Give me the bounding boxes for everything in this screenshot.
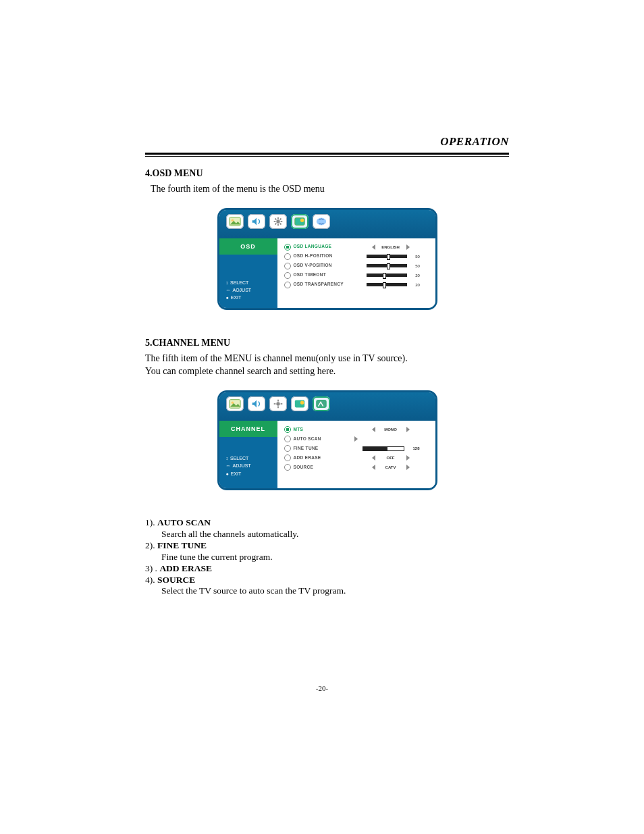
channel-side-title: CHANNEL [219,421,277,437]
osd-row-vposition[interactable]: OSD V-POSITION 50 [284,261,430,271]
svg-line-10 [275,223,276,224]
section5-explanations: 1). AUTO SCAN Search all the channels au… [145,517,509,597]
svg-point-15 [231,402,234,405]
page-number: -20- [0,684,644,692]
osd-side-panel: OSD ↕SELECT ↔AOJUST ●EXIT [219,238,277,309]
osd-settings-list: OSD LANGUAGE ENGLISH OSD H-POSITION [277,238,435,309]
arrow-right-icon[interactable] [406,455,410,461]
tab-settings-icon[interactable] [269,396,287,411]
arrow-left-icon[interactable] [372,455,375,461]
dot-icon: ● [226,471,229,476]
osd-row-hposition[interactable]: OSD H-POSITION 50 [284,252,430,261]
channel-row-autoscan[interactable]: AUTO SCAN [284,434,430,444]
bullet-icon [284,426,291,433]
tab-settings-icon[interactable] [269,214,287,229]
header-rule-thick [145,153,509,155]
header-rule-thin [145,156,509,157]
bullet-icon [284,272,291,279]
slider[interactable] [367,273,407,277]
arrow-right-icon[interactable] [406,244,410,250]
svg-line-7 [275,218,276,219]
tab-osd-icon[interactable] [291,214,308,229]
bullet-icon [284,436,291,442]
tab-channel-icon[interactable] [313,214,330,229]
channel-side-panel: CHANNEL ↕SELECT ↔ADJUST ●EXIT [219,421,277,488]
channel-row-mts[interactable]: MTS MONO [284,425,430,434]
arrow-left-icon[interactable] [372,465,375,470]
osd-row-language[interactable]: OSD LANGUAGE ENGLISH [284,242,430,252]
osd-menu-tabbar [219,210,435,238]
arrow-right-icon[interactable] [406,427,410,432]
tab-picture-icon[interactable] [226,396,244,411]
leftright-icon: ↔ [226,288,231,292]
explain-item: 1). AUTO SCAN Search all the channels au… [145,517,509,540]
updown-icon: ↕ [226,280,229,285]
bullet-icon [284,454,291,461]
osd-row-transparency[interactable]: OSD TRANSPARENCY 20 [284,280,430,290]
svg-point-16 [276,402,279,405]
channel-side-help: ↕SELECT ↔ADJUST ●EXIT [219,454,277,484]
channel-row-source[interactable]: SOURCE CATV [284,463,430,472]
slider[interactable] [367,283,407,286]
section4-desc: The fourth item of the menu is the OSD m… [151,183,509,196]
osd-row-timeout[interactable]: OSD TIMEONT 20 [284,271,430,280]
updown-icon: ↕ [226,456,229,461]
slider[interactable] [367,264,407,267]
progress-bar[interactable] [363,446,404,451]
section5-title: 5.CHANNEL MENU [145,337,509,350]
channel-menu-tabbar [219,392,435,421]
svg-point-2 [276,219,279,223]
explain-item: 3) . ADD ERASE [145,563,509,575]
arrow-left-icon[interactable] [372,244,375,250]
bullet-icon [284,464,291,471]
page-header: OPERATION [145,135,509,157]
section4-title: 4.OSD MENU [145,167,509,180]
arrow-right-icon[interactable] [354,436,358,442]
arrow-left-icon[interactable] [372,427,375,432]
explain-item: 2). FINE TUNE Fine tune the current prog… [145,540,509,563]
osd-menu-panel: OSD ↕SELECT ↔AOJUST ●EXIT OSD LANGUAGE [217,208,437,311]
svg-line-8 [279,223,281,224]
bullet-icon [284,445,291,452]
svg-point-22 [300,401,303,405]
tab-channel-icon[interactable] [313,396,330,411]
section5-desc: The fifth item of the MENU is channel me… [145,353,509,378]
channel-row-adderase[interactable]: ADD ERASE OFF [284,453,430,463]
osd-side-title: OSD [219,238,277,255]
explain-item: 4). SOURCE Select the TV source to auto … [145,575,509,598]
tab-picture-icon[interactable] [226,214,244,229]
svg-point-1 [231,219,234,221]
header-title: OPERATION [145,135,509,149]
arrow-right-icon[interactable] [406,465,410,470]
tab-audio-icon[interactable] [248,214,265,229]
osd-side-help: ↕SELECT ↔AOJUST ●EXIT [219,279,277,309]
dot-icon: ● [226,295,229,300]
svg-point-12 [300,218,303,221]
channel-menu-panel: CHANNEL ↕SELECT ↔ADJUST ●EXIT MTS [217,390,437,490]
channel-row-finetune[interactable]: FINE TUNE 128 [284,444,430,453]
bullet-icon [284,244,291,251]
bullet-icon [284,263,291,269]
tab-audio-icon[interactable] [248,396,265,411]
channel-settings-list: MTS MONO AUTO SCAN [277,421,435,488]
tab-osd-icon[interactable] [291,396,308,411]
slider[interactable] [367,255,407,258]
svg-line-9 [279,218,281,219]
leftright-icon: ↔ [226,463,231,468]
bullet-icon [284,282,291,288]
bullet-icon [284,253,291,260]
